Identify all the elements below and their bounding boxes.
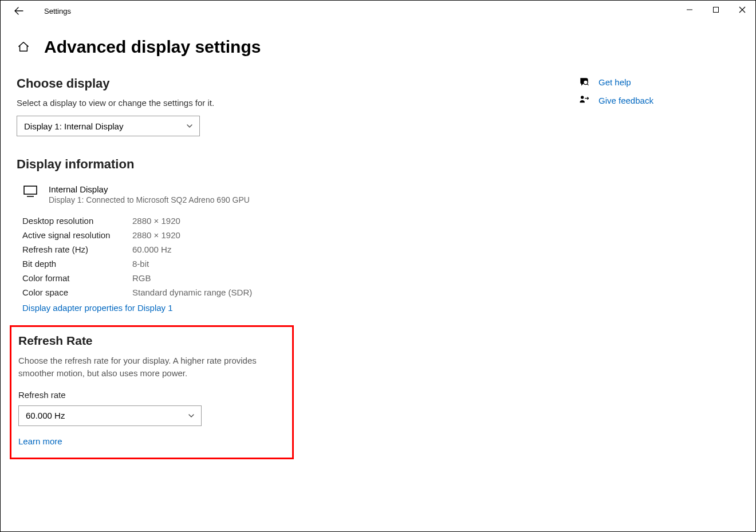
- info-value: 2880 × 1920: [132, 216, 180, 226]
- svg-point-6: [581, 96, 584, 98]
- learn-more-link[interactable]: Learn more: [18, 436, 62, 446]
- display-name: Internal Display: [49, 184, 250, 194]
- maximize-icon: [712, 6, 719, 13]
- chevron-down-icon: [186, 122, 194, 130]
- refresh-rate-desc: Choose the refresh rate for your display…: [18, 354, 282, 380]
- minimize-button[interactable]: [676, 1, 703, 19]
- give-feedback-link[interactable]: Give feedback: [578, 94, 653, 106]
- info-value: 2880 × 1920: [132, 230, 180, 240]
- refresh-rate-dropdown[interactable]: 60.000 Hz: [18, 405, 202, 426]
- svg-rect-2: [24, 186, 37, 194]
- refresh-rate-label: Refresh rate: [18, 390, 285, 400]
- info-value: 60.000 Hz: [132, 245, 171, 254]
- give-feedback-label: Give feedback: [598, 96, 653, 105]
- display-info-table: Desktop resolution 2880 × 1920 Active si…: [22, 214, 383, 300]
- close-button[interactable]: [729, 1, 755, 19]
- table-row: Desktop resolution 2880 × 1920: [22, 214, 383, 228]
- display-connection: Display 1: Connected to Microsoft SQ2 Ad…: [49, 195, 250, 204]
- home-icon: [17, 41, 30, 53]
- info-value: 8-bit: [132, 259, 149, 269]
- table-row: Color space Standard dynamic range (SDR): [22, 285, 383, 300]
- close-icon: [739, 6, 746, 13]
- choose-display-heading: Choose display: [17, 76, 383, 91]
- chevron-down-icon: [187, 412, 195, 420]
- monitor-icon: [23, 186, 37, 199]
- maximize-button[interactable]: [703, 1, 729, 19]
- info-label: Desktop resolution: [22, 216, 132, 226]
- refresh-rate-value: 60.000 Hz: [26, 411, 65, 420]
- page-title: Advanced display settings: [44, 37, 261, 57]
- minimize-icon: [686, 6, 693, 13]
- info-label: Color format: [22, 273, 132, 283]
- info-label: Refresh rate (Hz): [22, 245, 132, 254]
- svg-line-5: [587, 84, 589, 85]
- display-identity: Internal Display Display 1: Connected to…: [17, 184, 383, 204]
- back-button[interactable]: [11, 3, 27, 19]
- app-title: Settings: [44, 7, 71, 15]
- table-row: Active signal resolution 2880 × 1920: [22, 228, 383, 242]
- window-controls: [676, 1, 755, 19]
- get-help-label: Get help: [598, 77, 631, 87]
- help-icon: [578, 76, 590, 88]
- display-adapter-link[interactable]: Display adapter properties for Display 1: [22, 303, 173, 313]
- choose-display-desc: Select a display to view or change the s…: [17, 98, 383, 108]
- display-select-dropdown[interactable]: Display 1: Internal Display: [17, 116, 200, 136]
- home-button[interactable]: [17, 40, 30, 54]
- titlebar: Settings: [1, 1, 755, 21]
- info-value: RGB: [132, 273, 151, 283]
- back-arrow-icon: [14, 6, 23, 15]
- table-row: Color format RGB: [22, 271, 383, 285]
- info-label: Color space: [22, 287, 132, 297]
- info-label: Bit depth: [22, 259, 132, 269]
- info-value: Standard dynamic range (SDR): [132, 287, 252, 297]
- refresh-rate-heading: Refresh Rate: [18, 334, 285, 348]
- feedback-icon: [578, 94, 590, 106]
- display-select-value: Display 1: Internal Display: [24, 121, 123, 131]
- side-links: Get help Give feedback: [578, 76, 653, 459]
- get-help-link[interactable]: Get help: [578, 76, 653, 88]
- table-row: Refresh rate (Hz) 60.000 Hz: [22, 242, 383, 257]
- refresh-rate-section-highlight: Refresh Rate Choose the refresh rate for…: [10, 325, 294, 459]
- table-row: Bit depth 8-bit: [22, 257, 383, 271]
- page-header: Advanced display settings: [1, 37, 755, 57]
- svg-rect-1: [714, 7, 719, 13]
- display-info-heading: Display information: [17, 157, 383, 172]
- info-label: Active signal resolution: [22, 230, 132, 240]
